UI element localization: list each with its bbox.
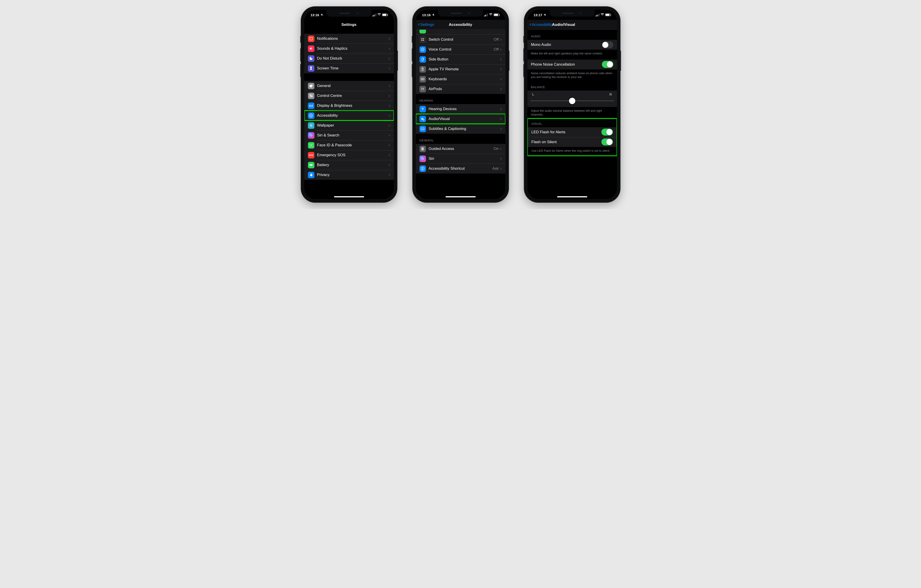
row-sounds[interactable]: Sounds & Haptics› <box>304 44 394 54</box>
row-switch[interactable]: Switch ControlOff› <box>416 35 505 44</box>
row-flash-silent[interactable]: Flash on Silent <box>528 137 617 147</box>
row-label: General <box>317 84 389 88</box>
svg-rect-33 <box>423 79 423 79</box>
chevron-right-icon: › <box>500 37 501 42</box>
home-indicator[interactable] <box>446 196 476 197</box>
svg-rect-21 <box>423 40 424 41</box>
row-display[interactable]: AADisplay & Brightness› <box>304 101 394 110</box>
row-faceid[interactable]: Face ID & Passcode› <box>304 140 394 150</box>
row-notifications[interactable]: Notifications› <box>304 34 394 44</box>
row-label: LED Flash for Alerts <box>532 130 601 135</box>
row-battery[interactable]: Battery› <box>304 160 394 170</box>
row-label: Wallpaper <box>317 123 389 128</box>
row-accessibility[interactable]: Accessibility› <box>304 110 394 120</box>
row-sos[interactable]: SOSEmergency SOS› <box>304 150 394 160</box>
back-button[interactable]: ‹Accessibility <box>530 22 553 28</box>
location-icon: ➤ <box>543 13 547 17</box>
voice-icon <box>420 46 426 53</box>
home-indicator[interactable] <box>557 196 587 197</box>
grid-icon <box>420 36 426 43</box>
row-label: Sounds & Haptics <box>317 46 389 51</box>
flower-icon <box>308 122 314 129</box>
chevron-right-icon: › <box>389 46 390 51</box>
nav-title: Settings <box>342 23 356 27</box>
status-time: 13:16 <box>422 13 431 17</box>
svg-rect-19 <box>423 39 424 39</box>
lock-icon <box>420 146 426 152</box>
toggle-led-flash[interactable] <box>601 128 613 136</box>
row-label: Emergency SOS <box>317 153 389 158</box>
svg-rect-30 <box>422 79 422 79</box>
row-voice[interactable]: Voice ControlOff› <box>416 44 505 54</box>
row-label: Do Not Disturb <box>317 56 389 61</box>
row-tv[interactable]: Apple TV Remote› <box>416 64 505 74</box>
svg-rect-39 <box>422 149 423 149</box>
location-icon: ➤ <box>431 13 435 17</box>
row-label: Notifications <box>317 36 389 41</box>
row-label: Switch Control <box>429 37 494 42</box>
row-airpods[interactable]: AirPods› <box>416 84 505 94</box>
row-dnd[interactable]: Do Not Disturb› <box>304 54 394 63</box>
svg-point-22 <box>421 48 424 51</box>
row-privacy[interactable]: Privacy› <box>304 170 394 180</box>
home-indicator[interactable] <box>334 196 364 197</box>
chevron-right-icon: › <box>500 107 501 112</box>
row-screentime[interactable]: Screen Time› <box>304 63 394 73</box>
settings-list[interactable]: Notifications›Sounds & Haptics›Do Not Di… <box>304 30 394 199</box>
row-mono-audio[interactable]: Mono Audio <box>527 40 617 50</box>
balance-slider[interactable] <box>531 97 613 104</box>
battery-icon <box>382 13 387 16</box>
row-label: Siri & Search <box>317 133 389 138</box>
row-noise-cancellation[interactable]: Phone Noise Cancellation <box>527 60 617 70</box>
row-guided[interactable]: Guided AccessOn› <box>416 144 505 154</box>
row-label: Screen Time <box>317 66 389 71</box>
row-led-flash[interactable]: LED Flash for Alerts <box>528 127 617 137</box>
slider-thumb[interactable] <box>569 98 575 104</box>
notch <box>550 10 595 17</box>
row-wallpaper[interactable]: Wallpaper› <box>304 120 394 130</box>
audio-visual-list[interactable]: AUDIO Mono Audio Make the left and right… <box>527 30 617 199</box>
svg-rect-17 <box>310 165 312 166</box>
row-shortcut[interactable]: Accessibility ShortcutAsk› <box>416 164 505 174</box>
toggle-flash-silent[interactable] <box>601 138 613 145</box>
nav-title: Accessibility <box>449 23 472 27</box>
row-label: Privacy <box>317 173 389 177</box>
row-av[interactable]: Audio/Visual› <box>416 114 505 124</box>
gear-icon <box>308 83 314 89</box>
svg-rect-32 <box>423 79 423 79</box>
access-icon <box>308 112 314 119</box>
nav-bar: ‹Settings Accessibility <box>416 20 505 30</box>
row-general[interactable]: General› <box>304 81 394 91</box>
ear-icon <box>420 106 426 112</box>
signal-icon <box>484 13 488 16</box>
row-siri[interactable]: Siri› <box>416 154 505 164</box>
section-header-audio: AUDIO <box>527 30 617 40</box>
chevron-right-icon: › <box>389 162 390 167</box>
svg-rect-23 <box>422 58 423 61</box>
row-side[interactable]: Side Button› <box>416 54 505 64</box>
airpods-icon <box>420 86 426 93</box>
row-kb[interactable]: Keyboards› <box>416 74 505 84</box>
row-label: Accessibility <box>317 113 389 118</box>
battery-icon <box>308 162 314 168</box>
signal-icon <box>596 13 599 16</box>
visual-section-highlight: VISUAL LED Flash for Alerts Flash on Sil… <box>527 118 617 156</box>
back-button[interactable]: ‹Settings <box>418 22 434 28</box>
row-label: Display & Brightness <box>317 103 389 108</box>
notch <box>327 10 371 17</box>
toggle-mono-audio[interactable] <box>602 41 613 48</box>
row-control[interactable]: Control Centre› <box>304 91 394 101</box>
accessibility-list[interactable]: Switch ControlOff›Voice ControlOff›Side … <box>416 30 505 199</box>
balance-left-label: L <box>532 93 534 96</box>
row-siri[interactable]: Siri & Search› <box>304 130 394 140</box>
svg-point-28 <box>423 70 423 70</box>
battery-icon <box>605 13 611 16</box>
wifi-icon <box>600 13 604 17</box>
row-hearing[interactable]: Hearing Devices› <box>416 104 505 114</box>
toggle-noise-cancellation[interactable] <box>602 61 613 68</box>
row-value: Off <box>494 47 499 52</box>
svg-point-13 <box>310 145 311 145</box>
row-label: AirPods <box>429 87 500 91</box>
nav-bar: ‹Accessibility Audio/Visual <box>527 20 617 30</box>
row-subs[interactable]: Subtitles & Captioning› <box>416 124 505 134</box>
